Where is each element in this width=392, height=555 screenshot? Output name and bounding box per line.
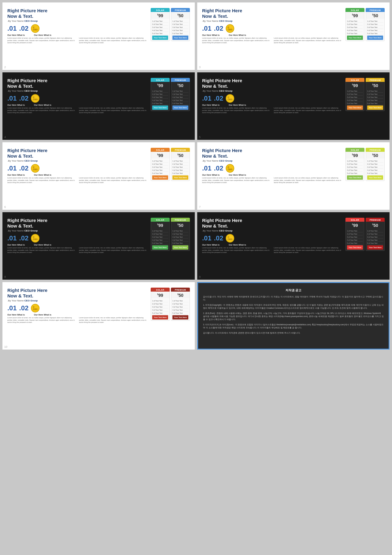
what-label-2: Our Here What is: [229, 174, 246, 176]
slide-subtitle: .By Your Name CEO Gruop: [7, 20, 148, 22]
pricing-card-solar: SOLAR$991 of Your Text2 of Your Text3 of…: [151, 8, 170, 41]
pricing-button[interactable]: Your Text Here: [367, 175, 383, 180]
pricing-cards: SOLAR$991 of Your Text2 of Your Text3 of…: [151, 78, 190, 136]
pricing-button[interactable]: Your Text Here: [347, 36, 363, 40]
pricing-item: 5 of Your Text: [172, 102, 188, 105]
pricing-button[interactable]: Your Text Here: [152, 175, 168, 180]
pricing-card-solar: SOLAR$991 of Your Text2 of Your Text3 of…: [345, 78, 364, 111]
pricing-item: 1 of Your Text: [172, 299, 188, 302]
pricing-button[interactable]: Your Text Here: [172, 175, 188, 180]
lorem-cols: Lorem ipsum dolor sit amet, nec us nulle…: [202, 247, 343, 254]
pricing-item: 3 of Your Text: [152, 26, 168, 29]
pricing-button[interactable]: Your Text Here: [172, 245, 188, 250]
pricing-button[interactable]: Your Text Here: [152, 315, 168, 320]
what-label-1: Our Here What is: [7, 244, 25, 246]
lorem-col-1: Lorem ipsum dolor sit amet, nec us nulle…: [202, 107, 271, 114]
pricing-item: 2 of Your Text: [347, 23, 363, 26]
slide-subtitle: .By Your Name CEO Gruop: [7, 299, 148, 302]
pricing-body: 1 of Your Text2 of Your Text3 of Your Te…: [171, 298, 190, 321]
slide-subtitle: .By Your Name CEO Gruop: [7, 90, 148, 92]
pricing-item: 3 of Your Text: [152, 305, 168, 308]
lorem-col-2: Lorem ipsum dolor sit amet, nec us nulle…: [79, 317, 148, 324]
stats-row: .01.02CCEO: [202, 94, 343, 103]
pricing-price: $99: [345, 12, 364, 19]
pricing-card-premium: PREMIUM$501 of Your Text2 of Your Text3 …: [171, 78, 190, 111]
lorem-cols: Lorem ipsum dolor sit amet, nec us nulle…: [202, 107, 343, 114]
slide-number: 3: [199, 66, 201, 69]
pricing-button[interactable]: Your Text Here: [152, 105, 168, 110]
what-label-2: Our Here What is: [34, 174, 51, 176]
pricing-item: 1 of Your Text: [172, 159, 188, 163]
pricing-item: 5 of Your Text: [152, 172, 168, 175]
pricing-cards: SOLAR$991 of Your Text2 of Your Text3 of…: [151, 148, 190, 205]
pricing-cards: SOLAR$991 of Your Text2 of Your Text3 of…: [345, 78, 385, 136]
pricing-item: 3 of Your Text: [347, 26, 363, 29]
pricing-button[interactable]: Your Text Here: [367, 245, 383, 250]
pricing-button[interactable]: Your Text Here: [172, 36, 188, 40]
pricing-item: 1 of Your Text: [367, 20, 383, 23]
pricing-header: PREMIUM: [366, 78, 385, 82]
lorem-col-1: Lorem ipsum dolor sit amet, nec us nulle…: [7, 37, 77, 44]
pricing-item: 4 of Your Text: [172, 239, 188, 242]
pricing-button[interactable]: Your Text Here: [347, 175, 363, 180]
pricing-item: 2 of Your Text: [367, 232, 383, 235]
stat-1: .01: [202, 94, 212, 102]
pricing-item: 3 of Your Text: [172, 305, 188, 308]
stat-2: .02: [19, 164, 29, 172]
pricing-cards: SOLAR$991 of Your Text2 of Your Text3 of…: [345, 8, 385, 66]
pricing-header: SOLAR: [345, 148, 364, 152]
lorem-col-2: Lorem ipsum dolor sit amet, nec us nulle…: [274, 177, 343, 184]
slide-left: Right Picture HereNow & Text..By Your Na…: [7, 8, 151, 66]
coin-icon: CCEO: [31, 94, 40, 103]
pricing-button[interactable]: Your Text Here: [347, 245, 363, 250]
pricing-body: 1 of Your Text2 of Your Text3 of Your Te…: [171, 228, 190, 251]
slide-2: Right Picture HereNow & Text..By Your Na…: [197, 2, 390, 70]
pricing-item: 5 of Your Text: [367, 102, 383, 105]
pricing-body: 1 of Your Text2 of Your Text3 of Your Te…: [345, 159, 364, 181]
pricing-item: 2 of Your Text: [172, 302, 188, 305]
pricing-button[interactable]: Your Text Here: [172, 315, 188, 320]
pricing-item: 1 of Your Text: [367, 229, 383, 232]
lorem-col-2: Lorem ipsum dolor sit amet, nec us nulle…: [79, 107, 148, 114]
pricing-item: 2 of Your Text: [172, 232, 188, 235]
pricing-button[interactable]: Your Text Here: [172, 105, 188, 110]
pricing-button[interactable]: Your Text Here: [152, 245, 168, 250]
stat-1: .01: [7, 304, 17, 312]
what-label-1: Our Here What is: [7, 34, 25, 36]
lorem-cols: Lorem ipsum dolor sit amet, nec us nulle…: [202, 177, 343, 184]
what-label-2: Our Here What is: [34, 244, 51, 246]
pricing-item: 4 of Your Text: [172, 29, 188, 32]
pricing-item: 1 of Your Text: [172, 20, 188, 23]
copyright-paragraph-4: 3. 이미지(이미지) & 아이콘(Icon) : 이 컨텐츠에 포함된 이미지…: [203, 323, 384, 330]
pricing-item: 5 of Your Text: [367, 242, 383, 245]
pricing-button[interactable]: Your Text Here: [347, 105, 363, 110]
what-labels: Our Here What isOur Here What is: [7, 244, 148, 246]
pricing-item: 1 of Your Text: [347, 90, 363, 93]
lorem-col-2: Lorem ipsum dolor sit amet, nec us nulle…: [274, 107, 343, 114]
coin-icon: CCEO: [226, 164, 234, 173]
pricing-item: 1 of Your Text: [172, 90, 188, 93]
coin-icon: CCEO: [31, 24, 40, 33]
pricing-button[interactable]: Your Text Here: [152, 36, 168, 40]
pricing-body: 1 of Your Text2 of Your Text3 of Your Te…: [345, 228, 364, 251]
copyright-content: 저작권 공고감사드립니다. 저도 이미 사태에 대해 여러분에게 안내드리고자 …: [198, 283, 389, 341]
pricing-item: 5 of Your Text: [172, 242, 188, 245]
slide-inner: Right Picture HereNow & Text..By Your Na…: [7, 288, 190, 345]
pricing-item: 1 of Your Text: [347, 20, 363, 23]
what-labels: Our Here What isOur Here What is: [202, 244, 343, 246]
pricing-header: PREMIUM: [366, 8, 385, 12]
stat-1: .01: [7, 94, 17, 102]
pricing-item: 4 of Your Text: [347, 239, 363, 242]
pricing-item: 1 of Your Text: [367, 90, 383, 93]
pricing-item: 2 of Your Text: [152, 232, 168, 235]
pricing-card-solar: SOLAR$991 of Your Text2 of Your Text3 of…: [345, 218, 364, 251]
pricing-item: 5 of Your Text: [347, 172, 363, 175]
pricing-button[interactable]: Your Text Here: [367, 105, 383, 110]
slide-title: Right Picture HereNow & Text.: [7, 218, 148, 229]
pricing-price: $50: [366, 12, 385, 19]
copyright-paragraph-3: 2. 폰트(Font) : 컨텐츠 내에 사용된 서체는, 영문 폰트, 한글 …: [203, 312, 384, 321]
pricing-price: $99: [151, 82, 170, 89]
pricing-header: SOLAR: [151, 78, 170, 82]
pricing-button[interactable]: Your Text Here: [367, 36, 383, 40]
stats-row: .01.02CCEO: [202, 164, 343, 173]
